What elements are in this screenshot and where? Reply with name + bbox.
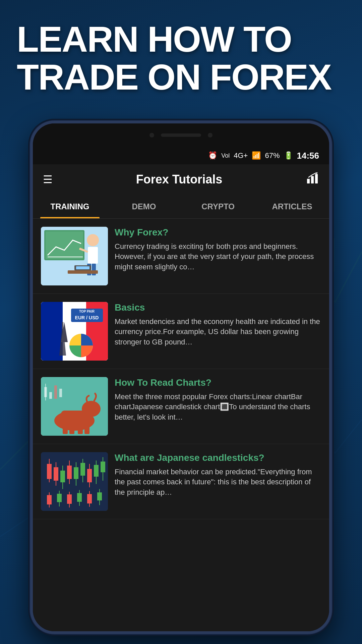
svg-rect-41 (84, 424, 89, 434)
status-network: 4G+ (234, 151, 248, 160)
article-title-basics: Basics (115, 302, 321, 313)
svg-rect-40 (78, 424, 83, 434)
svg-rect-71 (67, 494, 72, 504)
speaker-grill (161, 133, 201, 137)
camera-area (33, 123, 329, 147)
svg-rect-15 (88, 247, 98, 264)
article-card-japanese[interactable]: What are Japanese candlesticks? Financia… (33, 444, 329, 519)
article-text-why-forex: Why Forex? Currency trading is exciting … (115, 227, 321, 272)
article-desc-charts: Meet the three most popular Forex charts… (115, 392, 321, 423)
article-text-basics: Basics Market tendencies and the economy… (115, 302, 321, 347)
svg-rect-73 (77, 493, 82, 502)
tab-articles[interactable]: ARTICLES (255, 195, 329, 218)
article-card-charts[interactable]: How To Read Charts? Meet the three most … (33, 369, 329, 444)
status-bar: ⏰ Vol 4G+ 📶 67% 🔋 14:56 (33, 147, 329, 164)
article-title-why-forex: Why Forex? (115, 227, 321, 238)
article-text-japanese: What are Japanese candlesticks? Financia… (115, 452, 321, 498)
svg-rect-38 (63, 424, 68, 434)
svg-rect-61 (87, 469, 92, 482)
status-signal: 📶 (252, 151, 261, 160)
tab-crypto[interactable]: CRYPTO (181, 195, 255, 218)
tab-bar: TRAINING DEMO CRYPTO ARTICLES (33, 195, 329, 219)
status-vol: Vol (221, 152, 230, 159)
svg-rect-39 (69, 424, 74, 434)
svg-text:TOP PAIR: TOP PAIR (79, 310, 95, 313)
svg-rect-75 (87, 494, 92, 503)
svg-rect-55 (67, 466, 72, 479)
phone-camera-bar (33, 123, 329, 147)
svg-rect-8 (311, 176, 314, 183)
article-thumb-why-forex (41, 227, 108, 285)
article-desc-japanese: Financial market behavior can be predict… (115, 467, 321, 498)
article-text-charts: How To Read Charts? Meet the three most … (115, 377, 321, 423)
article-desc-basics: Market tendencies and the economy health… (115, 317, 321, 347)
article-card-basics[interactable]: TOP PAIR EUR / USD Basics Market tendenc… (33, 294, 329, 369)
svg-rect-45 (54, 385, 57, 399)
svg-rect-59 (80, 463, 85, 476)
app-title: Forex Tutorials (136, 172, 222, 186)
article-title-charts: How To Read Charts? (115, 377, 321, 388)
hero-title: LEARN HOW TO TRADE ON FOREX (17, 20, 345, 96)
camera-dot-left (149, 133, 154, 138)
phone-frame: ⏰ Vol 4G+ 📶 67% 🔋 14:56 ☰ Forex Tutorial… (30, 121, 332, 634)
status-alarm: ⏰ (208, 151, 217, 160)
svg-rect-23 (41, 302, 63, 361)
status-battery-icon: 🔋 (284, 151, 293, 160)
phone-frame-wrapper: ⏰ Vol 4G+ 📶 67% 🔋 14:56 ☰ Forex Tutorial… (30, 121, 332, 634)
menu-icon[interactable]: ☰ (43, 173, 53, 186)
svg-rect-63 (94, 465, 99, 477)
article-card-why-forex[interactable]: Why Forex? Currency trading is exciting … (33, 219, 329, 294)
svg-rect-49 (47, 464, 52, 479)
svg-rect-7 (307, 179, 310, 183)
article-desc-why-forex: Currency trading is exciting for both pr… (115, 241, 321, 272)
svg-rect-9 (315, 174, 318, 183)
tab-demo[interactable]: DEMO (107, 195, 181, 218)
svg-rect-77 (97, 492, 102, 500)
svg-rect-67 (47, 495, 52, 504)
svg-rect-21 (76, 266, 89, 269)
svg-rect-57 (74, 467, 78, 479)
camera-dot-right (208, 133, 213, 138)
article-thumb-basics: TOP PAIR EUR / USD (41, 302, 108, 361)
article-thumb-japanese (41, 452, 108, 511)
svg-rect-65 (101, 462, 105, 472)
svg-rect-51 (54, 467, 58, 481)
app-bar: ☰ Forex Tutorials (33, 164, 329, 195)
content-area: Why Forex? Currency trading is exciting … (33, 219, 329, 631)
article-thumb-charts (41, 377, 108, 436)
svg-rect-44 (49, 392, 52, 399)
status-time: 14:56 (297, 151, 319, 161)
article-title-japanese: What are Japanese candlesticks? (115, 452, 321, 464)
svg-point-37 (93, 405, 100, 410)
svg-text:EUR / USD: EUR / USD (75, 315, 99, 320)
svg-rect-53 (60, 471, 65, 482)
svg-rect-69 (57, 494, 62, 502)
tab-training[interactable]: TRAINING (33, 195, 107, 218)
status-battery: 67% (265, 151, 280, 160)
svg-rect-46 (59, 389, 62, 397)
svg-rect-12 (46, 231, 83, 259)
hero-section: LEARN HOW TO TRADE ON FOREX (17, 20, 345, 96)
chart-icon[interactable] (306, 171, 319, 187)
svg-rect-19 (68, 270, 98, 274)
svg-point-14 (87, 234, 99, 246)
